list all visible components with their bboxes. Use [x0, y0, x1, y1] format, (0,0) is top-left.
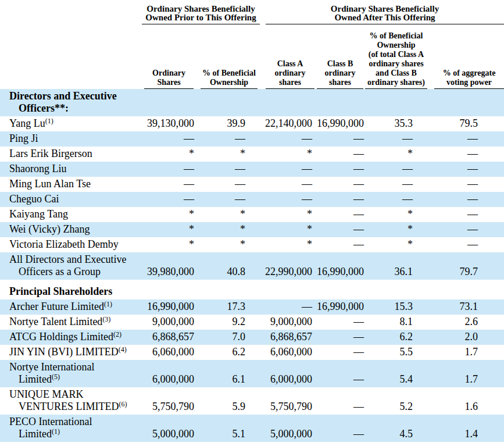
- cell-class-b-shares: —: [314, 315, 365, 330]
- cell-ordinary-shares: 5,000,000: [142, 415, 196, 442]
- section-gap-cell: [0, 280, 504, 284]
- shareholder-name: Wei (Vicky) Zhang: [0, 222, 142, 237]
- spacer-cell: [0, 24, 142, 89]
- cell-pct-voting-power: —: [431, 177, 504, 192]
- cell-ordinary-shares: 6,060,000: [142, 345, 196, 360]
- cell-pct-beneficial-ownership: *: [196, 207, 264, 222]
- cell-ordinary-shares: 39,130,000: [142, 116, 196, 131]
- table-row: Lars Erik Birgerson***—*—: [0, 147, 504, 162]
- cell-pct-beneficial-ownership: 5.1: [196, 415, 264, 442]
- cell-pct-beneficial-total: 6.2: [365, 330, 431, 345]
- shareholder-name-line: All Directors and Executive: [9, 254, 141, 266]
- shareholder-name: All Directors and ExecutiveOfficers as a…: [0, 252, 142, 280]
- shareholder-name-line: Nortye Talent Limited(3): [9, 316, 141, 328]
- cell-ordinary-shares: —: [142, 192, 196, 207]
- section-title: Principal Shareholders: [0, 284, 504, 299]
- section-title-row: Principal Shareholders: [0, 284, 504, 299]
- cell-class-a-shares: 9,000,000: [264, 315, 314, 330]
- column-header-label: Ordinary Shares: [144, 69, 194, 89]
- shareholder-name-line: Ping Ji: [9, 133, 141, 145]
- shareholder-name-line: Archer Future Limited(1): [9, 301, 141, 313]
- shareholder-name-line: Officers as a Group: [9, 266, 141, 278]
- footnote-marker: (4): [119, 345, 127, 354]
- cell-ordinary-shares: —: [142, 177, 196, 192]
- table-row: Cheguo Cai——————: [0, 192, 504, 207]
- table-row: PECO InternationalLimited(1)5,000,0005.1…: [0, 415, 504, 442]
- cell-pct-beneficial-total: 5.2: [365, 387, 431, 415]
- shareholder-name-line: ATCG Holdings Limited(2): [9, 331, 141, 343]
- cell-ordinary-shares: 16,990,000: [142, 299, 196, 315]
- cell-class-b-shares: —: [314, 360, 365, 387]
- cell-class-b-shares: —: [314, 387, 365, 415]
- cell-class-b-shares: —: [314, 415, 365, 442]
- cell-class-b-shares: —: [314, 222, 365, 237]
- footnote-marker: (5): [52, 373, 60, 381]
- cell-class-a-shares: 5,750,790: [264, 387, 314, 415]
- cell-class-b-shares: —: [314, 345, 365, 360]
- cell-pct-beneficial-ownership: —: [196, 192, 264, 207]
- cell-pct-beneficial-total: *: [365, 207, 431, 222]
- footnote-marker: (1): [104, 300, 112, 308]
- cell-class-a-shares: —: [264, 162, 314, 177]
- cell-ordinary-shares: 6,868,657: [142, 330, 196, 345]
- shareholder-name: Shaorong Liu: [0, 162, 142, 177]
- shareholder-name-line: Nortye International: [9, 361, 141, 373]
- table-row: JIN YIN (BVI) LIMITED(4)6,060,0006.26,06…: [0, 345, 504, 360]
- column-header-row: Ordinary Shares % of Beneficial Ownershi…: [0, 24, 504, 89]
- shareholder-name-line: Victoria Elizabeth Demby: [9, 238, 141, 251]
- group-header-after-label: Ordinary Shares Beneficially Owned After…: [266, 5, 504, 24]
- cell-pct-beneficial-ownership: 9.2: [196, 315, 264, 330]
- table-row: Wei (Vicky) Zhang***—*—: [0, 222, 504, 237]
- cell-ordinary-shares: *: [142, 222, 196, 237]
- footnote-marker: (1): [45, 117, 53, 125]
- footnote-marker: (6): [119, 400, 127, 408]
- cell-pct-beneficial-ownership: —: [196, 177, 264, 192]
- cell-pct-voting-power: 1.6: [431, 387, 504, 415]
- cell-class-b-shares: —: [314, 162, 365, 177]
- cell-pct-beneficial-total: 5.4: [365, 360, 431, 387]
- shareholder-name-line: UNIQUE MARK: [9, 388, 141, 401]
- cell-pct-voting-power: —: [431, 192, 504, 207]
- cell-pct-voting-power: —: [431, 162, 504, 177]
- cell-class-a-shares: 6,868,657: [264, 330, 314, 345]
- cell-pct-voting-power: 79.5: [431, 116, 504, 131]
- cell-pct-voting-power: —: [431, 207, 504, 222]
- cell-pct-voting-power: 1.7: [431, 360, 504, 387]
- cell-class-a-shares: 6,060,000: [264, 345, 314, 360]
- cell-class-b-shares: —: [314, 207, 365, 222]
- table-row: Kaiyang Tang***—*—: [0, 207, 504, 222]
- shareholder-name: Victoria Elizabeth Demby: [0, 237, 142, 252]
- shareholder-name-line: Limited(1): [9, 428, 141, 440]
- shareholder-name: Nortye Talent Limited(3): [0, 315, 142, 330]
- cell-pct-voting-power: 73.1: [431, 299, 504, 315]
- cell-pct-beneficial-total: 8.1: [365, 315, 431, 330]
- cell-pct-voting-power: 79.7: [431, 252, 504, 280]
- cell-class-a-shares: —: [264, 177, 314, 192]
- footnote-marker: (3): [102, 315, 110, 323]
- shareholder-name: Cheguo Cai: [0, 192, 142, 207]
- table-row: Nortye InternationalLimited(5)6,000,0006…: [0, 360, 504, 387]
- shareholder-name-line: JIN YIN (BVI) LIMITED(4): [9, 346, 141, 358]
- cell-pct-beneficial-total: 5.5: [365, 345, 431, 360]
- cell-class-b-shares: —: [314, 192, 365, 207]
- group-header-prior-label: Ordinary Shares Beneficially Owned Prior…: [142, 5, 260, 24]
- footnote-marker: (2): [113, 330, 121, 338]
- cell-pct-beneficial-ownership: 7.0: [196, 330, 264, 345]
- cell-pct-beneficial-ownership: 39.9: [196, 116, 264, 131]
- shareholder-name: Ming Lun Alan Tse: [0, 177, 142, 192]
- cell-pct-voting-power: 1.4: [431, 415, 504, 442]
- cell-ordinary-shares: 39,980,000: [142, 252, 196, 280]
- table-row: Ming Lun Alan Tse——————: [0, 177, 504, 192]
- cell-class-b-shares: —: [314, 237, 365, 252]
- cell-pct-beneficial-total: 36.1: [365, 252, 431, 280]
- column-header-class-a-shares: Class A ordinary shares: [264, 24, 314, 89]
- cell-pct-voting-power: —: [431, 237, 504, 252]
- cell-class-a-shares: —: [264, 299, 314, 315]
- shareholder-name-line: Shaorong Liu: [9, 163, 141, 175]
- cell-ordinary-shares: 6,000,000: [142, 360, 196, 387]
- shareholder-name-line: Wei (Vicky) Zhang: [9, 223, 141, 236]
- cell-pct-beneficial-ownership: 5.9: [196, 387, 264, 415]
- cell-pct-beneficial-total: 4.5: [365, 415, 431, 442]
- group-header-row: Ordinary Shares Beneficially Owned Prior…: [0, 0, 504, 24]
- cell-class-a-shares: —: [264, 131, 314, 147]
